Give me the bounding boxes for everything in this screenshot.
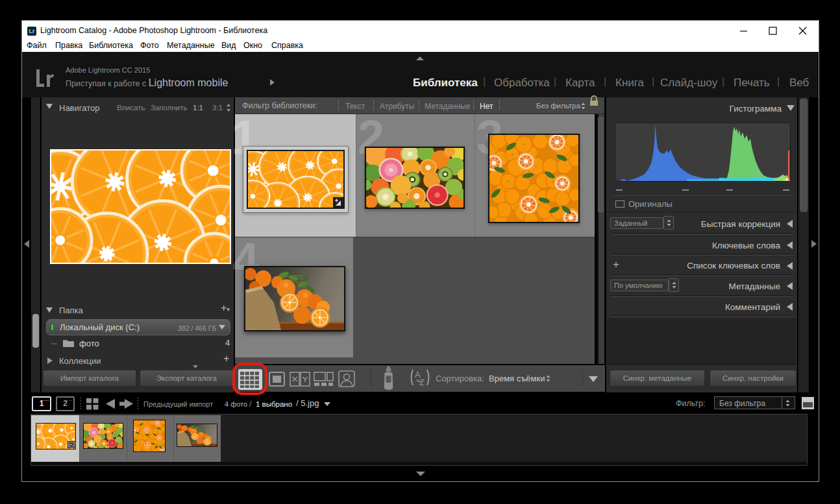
svg-text:Z: Z [419, 378, 425, 387]
